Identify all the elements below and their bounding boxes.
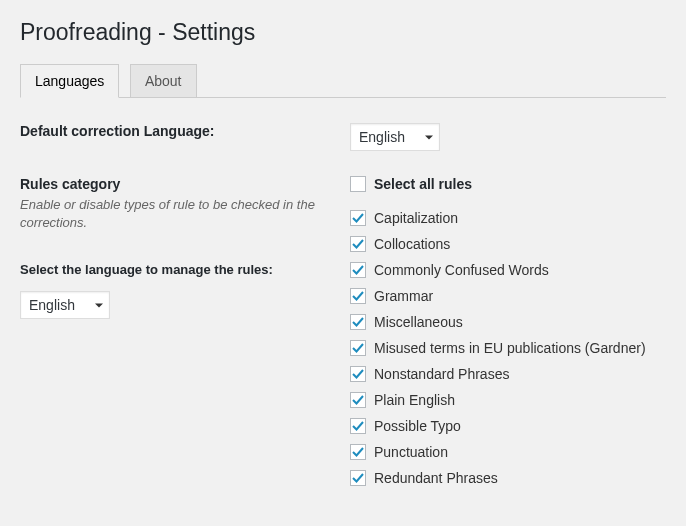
default-language-label: Default correction Language: [20,123,214,139]
rule-checkbox[interactable] [350,210,366,226]
rule-label[interactable]: Grammar [374,288,433,304]
select-all-label[interactable]: Select all rules [374,176,472,192]
rule-checkbox[interactable] [350,444,366,460]
tab-languages[interactable]: Languages [20,64,119,98]
rule-checkbox[interactable] [350,262,366,278]
rules-category-desc: Enable or disable types of rule to be ch… [20,196,350,232]
tab-about[interactable]: About [130,64,197,97]
rules-category-heading: Rules category [20,176,350,192]
rule-label[interactable]: Redundant Phrases [374,470,498,486]
page-title: Proofreading - Settings [20,10,666,64]
rule-label[interactable]: Punctuation [374,444,448,460]
select-all-checkbox[interactable] [350,176,366,192]
rule-language-select[interactable]: English [20,291,110,319]
rule-checkbox[interactable] [350,418,366,434]
default-language-select[interactable]: English [350,123,440,151]
rule-checkbox[interactable] [350,392,366,408]
rule-label[interactable]: Capitalization [374,210,458,226]
rule-checkbox[interactable] [350,470,366,486]
select-language-label: Select the language to manage the rules: [20,262,350,277]
rule-label[interactable]: Commonly Confused Words [374,262,549,278]
rule-checkbox[interactable] [350,288,366,304]
rule-label[interactable]: Collocations [374,236,450,252]
rule-label[interactable]: Plain English [374,392,455,408]
rule-label[interactable]: Misused terms in EU publications (Gardne… [374,340,646,356]
tabs: Languages About [20,64,666,98]
rule-label[interactable]: Possible Typo [374,418,461,434]
rule-checkbox[interactable] [350,366,366,382]
rule-checkbox[interactable] [350,314,366,330]
rule-checkbox[interactable] [350,340,366,356]
rule-label[interactable]: Nonstandard Phrases [374,366,509,382]
rule-label[interactable]: Miscellaneous [374,314,463,330]
rule-checkbox[interactable] [350,236,366,252]
